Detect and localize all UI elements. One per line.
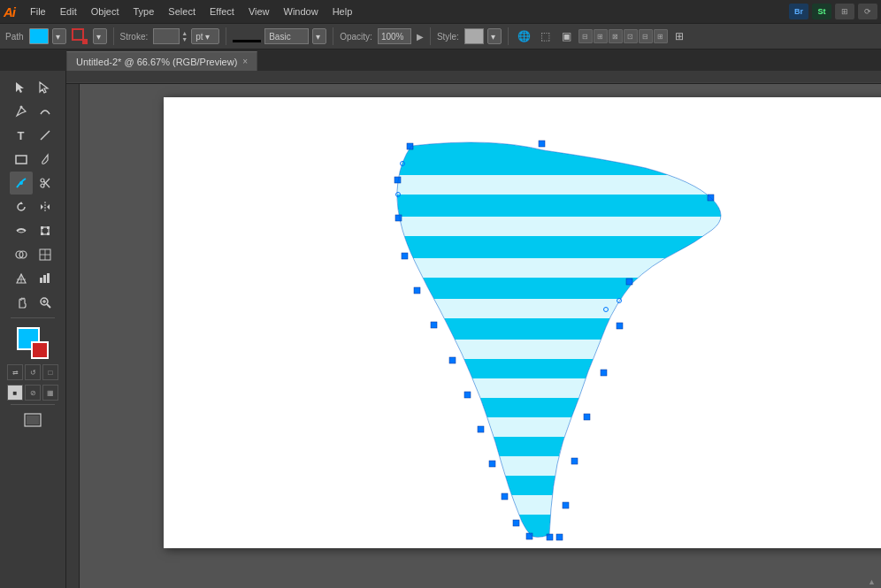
svg-rect-53	[464, 392, 471, 398]
stroke-profile-box[interactable]: Basic	[264, 28, 309, 44]
align-bottom-icon[interactable]: ⊞	[654, 29, 668, 43]
svg-rect-65	[571, 458, 578, 464]
svg-rect-40	[341, 340, 739, 359]
curvature-tool-btn[interactable]	[34, 100, 57, 123]
fill-color-swatch[interactable]	[29, 28, 49, 44]
svg-rect-58	[526, 533, 532, 539]
eraser-tool-btn[interactable]	[10, 172, 33, 195]
svg-rect-45	[539, 141, 545, 147]
swatch-controls: ⇄ ↺ □	[7, 364, 58, 380]
stroke-spinners[interactable]: ▲▼	[181, 30, 188, 42]
align-left-icon[interactable]: ⊟	[578, 29, 593, 43]
svg-rect-44	[341, 495, 739, 515]
align-middle-icon[interactable]: ⊟	[639, 29, 653, 43]
change-screen-mode-btn[interactable]	[21, 409, 44, 431]
artboard	[164, 97, 881, 548]
pen-tool-btn[interactable]	[10, 100, 33, 123]
svg-rect-48	[395, 215, 402, 221]
menu-select[interactable]: Select	[162, 4, 202, 19]
tab-close-button[interactable]: ×	[242, 57, 248, 66]
svg-rect-64	[584, 414, 590, 420]
stroke-dropdown[interactable]: ▾	[93, 28, 107, 44]
swap-colors-btn[interactable]: ⇄	[7, 364, 23, 380]
paintbrush-tool-btn[interactable]	[34, 148, 57, 171]
svg-rect-54	[478, 426, 484, 432]
arrange-icon2[interactable]: ▣	[557, 27, 577, 45]
svg-rect-49	[402, 253, 408, 259]
svg-rect-52	[449, 357, 456, 363]
menu-effect[interactable]: Effect	[203, 4, 241, 19]
rotate-tool-btn[interactable]	[10, 195, 33, 218]
globe-icon[interactable]: 🌐	[515, 27, 534, 45]
menu-edit[interactable]: Edit	[54, 4, 83, 19]
foreground-background-swatches	[17, 327, 49, 359]
menu-type[interactable]: Type	[127, 4, 161, 19]
svg-rect-67	[556, 534, 563, 540]
svg-rect-26	[40, 278, 42, 283]
menu-file[interactable]: File	[24, 4, 52, 19]
stroke-profile-dropdown[interactable]: ▾	[312, 28, 326, 44]
align-icons: ⊟ ⊞ ⊠ ⊡ ⊟ ⊞	[578, 29, 668, 43]
none-btn[interactable]: ⊘	[25, 385, 41, 401]
artwork-svg	[164, 97, 881, 548]
color-mode-btn[interactable]: □	[42, 364, 58, 380]
tool-row-1	[10, 76, 57, 99]
stroke-style-indicator[interactable]	[233, 30, 261, 42]
svg-rect-28	[47, 273, 50, 283]
solid-color-btn[interactable]: ■	[7, 385, 23, 401]
direct-selection-tool-btn[interactable]	[34, 76, 57, 99]
distribute-icon[interactable]: ⊞	[670, 27, 689, 45]
tool-row-6	[10, 195, 57, 218]
hand-tool-btn[interactable]	[10, 291, 33, 314]
svg-rect-39	[341, 299, 739, 318]
rectangle-tool-btn[interactable]	[10, 148, 33, 171]
menu-help[interactable]: Help	[326, 4, 359, 19]
stock-icon[interactable]: St	[812, 4, 831, 19]
document-tab[interactable]: Untitled-2* @ 66.67% (RGB/Preview) ×	[66, 51, 257, 71]
svg-rect-59	[547, 534, 553, 540]
style-dropdown[interactable]: ▾	[487, 28, 502, 44]
reflect-tool-btn[interactable]	[34, 195, 57, 218]
line-tool-btn[interactable]	[34, 124, 57, 147]
free-transform-btn[interactable]	[34, 219, 57, 242]
tool-row-7	[10, 219, 57, 242]
background-color[interactable]	[31, 341, 49, 359]
main-area: T	[0, 71, 881, 588]
default-colors-btn[interactable]: ↺	[25, 364, 41, 380]
canvas-area[interactable]: ▲	[66, 71, 881, 588]
bridge-icon[interactable]: Br	[789, 4, 808, 19]
align-right-icon[interactable]: ⊠	[609, 29, 623, 43]
perspective-grid-btn[interactable]	[10, 267, 33, 290]
opacity-more[interactable]: ▶	[417, 32, 424, 42]
svg-rect-38	[341, 258, 739, 278]
opacity-value[interactable]: 100%	[378, 28, 411, 44]
svg-rect-16	[47, 226, 50, 229]
width-tool-btn[interactable]	[10, 219, 33, 242]
type-tool-btn[interactable]: T	[10, 124, 33, 147]
fill-dropdown[interactable]: ▾	[52, 28, 66, 44]
live-paint-btn[interactable]	[34, 243, 57, 266]
gradient-btn[interactable]: ▦	[42, 385, 58, 401]
align-top-icon[interactable]: ⊡	[624, 29, 638, 43]
vertical-ruler	[66, 84, 80, 588]
grid-icon[interactable]: ⊞	[835, 4, 854, 19]
svg-rect-62	[617, 323, 623, 329]
shape-builder-btn[interactable]	[10, 243, 33, 266]
stroke-icon[interactable]	[72, 28, 88, 44]
zoom-tool-btn[interactable]	[34, 291, 57, 314]
stroke-controls[interactable]: ▲▼	[153, 28, 188, 44]
style-swatch[interactable]	[464, 28, 484, 44]
scissors-tool-btn[interactable]	[34, 172, 57, 195]
tool-row-2	[10, 100, 57, 123]
svg-rect-57	[513, 520, 519, 526]
stroke-unit-dropdown[interactable]: pt ▾	[191, 28, 219, 44]
selection-tool-btn[interactable]	[10, 76, 33, 99]
bar-chart-btn[interactable]	[34, 267, 57, 290]
sync-icon[interactable]: ⟳	[858, 4, 877, 19]
menu-window[interactable]: Window	[278, 4, 325, 19]
menu-object[interactable]: Object	[85, 4, 126, 19]
arrange-icon1[interactable]: ⬚	[536, 27, 555, 45]
align-center-icon[interactable]: ⊞	[594, 29, 608, 43]
menu-view[interactable]: View	[242, 4, 276, 19]
app-logo: Ai	[4, 4, 15, 19]
